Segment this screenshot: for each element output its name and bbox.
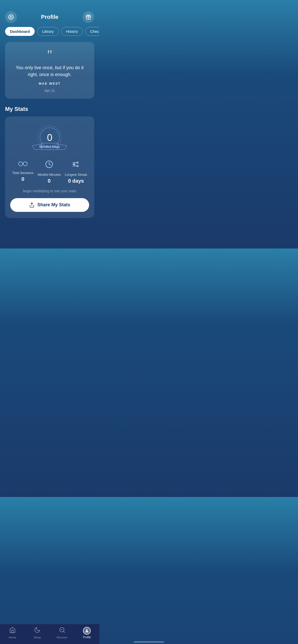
mindful-days-badge: 0 Mindful Days — [10, 124, 89, 152]
settings-button[interactable] — [5, 11, 17, 23]
my-stats-title: My Stats — [0, 106, 99, 116]
svg-point-20 — [77, 165, 78, 167]
glasses-icon — [18, 160, 28, 168]
streak-icon — [72, 160, 80, 170]
share-stats-button[interactable]: Share My Stats — [10, 198, 89, 212]
stat-mindful-minutes: Mindful Minutes 0 — [38, 160, 61, 184]
tab-bar: Dashboard Library History Check-Ins — [0, 27, 99, 42]
quote-date: Apr 21 — [11, 89, 88, 93]
longest-streak-value: 0 days — [68, 178, 84, 184]
tab-library[interactable]: Library — [37, 27, 59, 36]
status-bar — [0, 0, 99, 11]
mindful-minutes-value: 0 — [48, 178, 51, 184]
svg-point-16 — [77, 162, 78, 163]
svg-point-11 — [23, 162, 27, 166]
share-button-label: Share My Stats — [37, 202, 70, 208]
stat-longest-streak: Longest Streak 0 days — [65, 160, 87, 184]
header: Profile — [0, 11, 99, 27]
mindful-minutes-label: Mindful Minutes — [38, 173, 61, 177]
longest-streak-label: Longest Streak — [65, 173, 87, 177]
clock-icon — [45, 160, 53, 170]
total-sessions-value: 0 — [21, 176, 24, 182]
share-icon — [29, 202, 35, 208]
quote-mark: " — [11, 50, 88, 60]
quote-text: You only live once, but if you do it rig… — [11, 64, 88, 78]
quote-author: MAE WEST — [11, 82, 88, 85]
svg-text:0: 0 — [47, 132, 52, 143]
gift-button[interactable] — [83, 11, 94, 23]
page-title: Profile — [41, 14, 58, 20]
quote-card: " You only live once, but if you do it r… — [5, 42, 94, 99]
stat-total-sessions: Total Sessions 0 — [12, 160, 34, 184]
stats-card: 0 Mindful Days — [5, 116, 94, 218]
tab-checkins[interactable]: Check-Ins — [85, 27, 99, 36]
tab-history[interactable]: History — [61, 27, 83, 36]
tab-dashboard[interactable]: Dashboard — [5, 27, 35, 36]
svg-point-0 — [10, 16, 12, 18]
gift-icon — [86, 14, 91, 20]
badge-seal: 0 Mindful Days — [29, 124, 70, 152]
svg-text:Mindful Days: Mindful Days — [39, 145, 60, 149]
total-sessions-label: Total Sessions — [12, 171, 34, 175]
stats-hint: begin meditating to see your stats — [10, 189, 89, 193]
stats-row: Total Sessions 0 Mindful Minutes 0 — [10, 160, 89, 184]
gear-icon — [8, 14, 14, 20]
svg-point-10 — [19, 162, 23, 166]
